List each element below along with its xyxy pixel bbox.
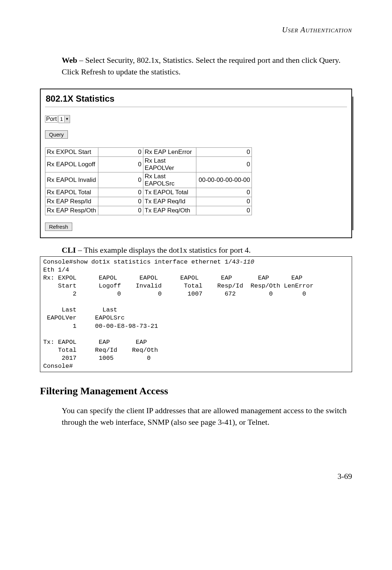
stat-label: Rx EAP Resp/Oth bbox=[45, 206, 98, 215]
stat-value: 0 bbox=[98, 188, 143, 197]
stat-label: Rx EAPOL Total bbox=[45, 188, 98, 197]
stat-value: 0 bbox=[196, 206, 252, 215]
port-label: Port bbox=[45, 115, 58, 123]
stat-value: 0 bbox=[98, 147, 143, 156]
stat-value: 0 bbox=[196, 188, 252, 197]
web-lead: Web bbox=[62, 56, 77, 65]
stat-value: 0 bbox=[98, 156, 143, 172]
running-header: User Authentication bbox=[40, 25, 352, 34]
section-body: You can specify the client IP addresses … bbox=[62, 405, 352, 428]
stat-value: 0 bbox=[196, 156, 252, 172]
stat-label: Rx EAPOL Logoff bbox=[45, 156, 98, 172]
section-heading: Filtering Management Access bbox=[40, 385, 352, 397]
query-button[interactable]: Query bbox=[45, 130, 68, 139]
cli-cmd: Console#show dot1x statistics interface … bbox=[43, 258, 236, 265]
stat-value: 0 bbox=[196, 197, 252, 206]
web-intro-text: – Select Security, 802.1x, Statistics. S… bbox=[62, 56, 340, 76]
stat-label: Tx EAP Req/Oth bbox=[143, 206, 196, 215]
divider bbox=[45, 107, 347, 107]
cli-caption-text: – This example displays the dot1x statis… bbox=[76, 245, 251, 255]
port-select[interactable]: 1 ▼ bbox=[58, 115, 70, 123]
cli-caption: CLI – This example displays the dot1x st… bbox=[62, 245, 352, 255]
stat-value: 0 bbox=[98, 206, 143, 215]
table-row: Rx EXPOL Start0Rx EAP LenError0 bbox=[45, 147, 252, 156]
table-row: Rx EAPOL Logoff0Rx Last EAPOLVer0 bbox=[45, 156, 252, 172]
page-number: 3-69 bbox=[40, 472, 352, 481]
web-intro-paragraph: Web – Select Security, 802.1x, Statistic… bbox=[62, 54, 352, 78]
cli-output: Console#show dot1x statistics interface … bbox=[40, 256, 352, 372]
chevron-down-icon[interactable]: ▼ bbox=[64, 116, 70, 122]
table-row: Rx EAPOL Total0Tx EAPOL Total0 bbox=[45, 188, 252, 197]
screenshot-title: 802.1X Statistics bbox=[46, 94, 347, 104]
port-select-value: 1 bbox=[60, 116, 63, 122]
cli-lead: CLI bbox=[62, 245, 76, 255]
stat-label: Rx Last EAPOLVer bbox=[143, 156, 196, 172]
stat-label: Rx EAP LenError bbox=[143, 147, 196, 156]
table-row: Rx EAP Resp/Oth0Tx EAP Req/Oth0 bbox=[45, 206, 252, 215]
refresh-button[interactable]: Refresh bbox=[45, 223, 72, 231]
statistics-table: Rx EXPOL Start0Rx EAP LenError0Rx EAPOL … bbox=[45, 147, 252, 215]
stat-label: Rx Last EAPOLSrc bbox=[143, 172, 196, 188]
stat-label: Rx EXPOL Start bbox=[45, 147, 98, 156]
table-row: Rx EAPOL Invalid0Rx Last EAPOLSrc00-00-0… bbox=[45, 172, 252, 188]
stat-label: Rx EAPOL Invalid bbox=[45, 172, 98, 188]
stat-value: 0 bbox=[98, 197, 143, 206]
statistics-tbody: Rx EXPOL Start0Rx EAP LenError0Rx EAPOL … bbox=[45, 147, 252, 215]
stat-value: 00-00-00-00-00-00 bbox=[196, 172, 252, 188]
statistics-screenshot: 802.1X Statistics Port 1 ▼ Query Rx EXPO… bbox=[40, 89, 352, 238]
stat-label: Tx EAP Req/Id bbox=[143, 197, 196, 206]
stat-label: Rx EAP Resp/Id bbox=[45, 197, 98, 206]
table-row: Rx EAP Resp/Id0Tx EAP Req/Id0 bbox=[45, 197, 252, 206]
stat-label: Tx EAPOL Total bbox=[143, 188, 196, 197]
stat-value: 0 bbox=[196, 147, 252, 156]
stat-value: 0 bbox=[98, 172, 143, 188]
cli-body: Eth 1/4 Rx: EXPOL EAPOL EAPOL EAPOL EAP … bbox=[43, 266, 314, 370]
cli-cmd-ref: 3-110 bbox=[236, 258, 254, 265]
